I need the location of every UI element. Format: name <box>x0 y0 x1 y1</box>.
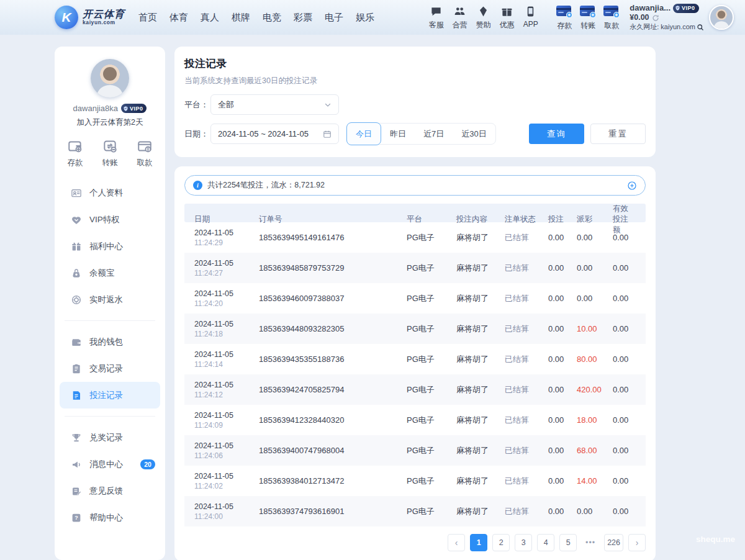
header-link-客服[interactable]: 客服 <box>425 5 448 30</box>
sidebar-item-实时返水[interactable]: 实时返水 <box>60 286 160 313</box>
header-link-优惠[interactable]: 优惠 <box>495 5 518 30</box>
avatar[interactable] <box>709 5 734 30</box>
expand-plus-icon[interactable] <box>627 181 637 191</box>
sidebar-item-交易记录[interactable]: 交易记录 <box>60 355 160 382</box>
sidebar-item-兑奖记录[interactable]: 兑奖记录 <box>60 424 160 451</box>
profile-avatar[interactable] <box>91 59 129 97</box>
sidebar-item-VIP特权[interactable]: VIP特权 <box>60 206 160 233</box>
date-label: 日期： <box>184 129 210 140</box>
platform-select[interactable]: 全部 <box>210 94 339 115</box>
nav-item-6[interactable]: 彩票 <box>287 7 318 29</box>
sidebar-item-帮助中心[interactable]: ?帮助中心 <box>60 504 160 531</box>
table-row[interactable]: 2024-11-0511:24:001853639374793616901PG电… <box>184 496 646 526</box>
bet-content: 麻将胡了 <box>456 323 505 335</box>
column-header-有效投注额: 有效投注额 <box>613 204 636 235</box>
sidebar-item-消息中心[interactable]: 消息中心20 <box>60 451 160 477</box>
date-range-input[interactable]: 2024-11-05 ~ 2024-11-05 <box>210 124 339 144</box>
page-button-1[interactable]: 1 <box>470 534 487 551</box>
quick-date-今日[interactable]: 今日 <box>346 122 381 145</box>
site-logo[interactable]: K 开云体育 kaiyun.com <box>55 6 125 29</box>
valid-bet: 0.00 <box>613 324 636 333</box>
quick-date-近7日[interactable]: 近7日 <box>415 123 453 145</box>
header-link-APP[interactable]: APP <box>519 5 542 30</box>
header-link-合营[interactable]: 合营 <box>448 5 471 30</box>
table-row[interactable]: 2024-11-0511:24:091853639412328440320PG电… <box>184 405 646 435</box>
status: 已结算 <box>505 323 548 335</box>
bet-content: 麻将胡了 <box>456 415 505 426</box>
sidebar-quick-actions: 存款转账取款 <box>55 128 165 177</box>
payout: 0.00 <box>577 294 613 303</box>
table-row[interactable]: 2024-11-0511:24:291853639495149161476PG电… <box>184 222 646 253</box>
nav-item-5[interactable]: 电竞 <box>256 7 287 29</box>
quick-date-近30日[interactable]: 近30日 <box>453 123 495 145</box>
status: 已结算 <box>505 445 548 456</box>
user-info[interactable]: dawanjia... VIP0 ¥0.00 永久网址: kaiyun.com <box>630 3 704 32</box>
column-header-订单号: 订单号 <box>259 214 407 225</box>
table-row[interactable]: 2024-11-0511:24:181853639448093282305PG电… <box>184 314 646 344</box>
page-button-4[interactable]: 4 <box>537 534 554 551</box>
table-row[interactable]: 2024-11-0511:24:201853639460097388037PG电… <box>184 283 646 314</box>
nav-item-4[interactable]: 棋牌 <box>225 7 256 29</box>
column-header-派彩: 派彩 <box>577 214 613 225</box>
sidebar-item-个人资料[interactable]: 个人资料 <box>60 179 160 206</box>
table-row[interactable]: 2024-11-0511:24:021853639384012713472PG电… <box>184 466 646 496</box>
nav-item-2[interactable]: 体育 <box>163 7 194 29</box>
payout: 420.00 <box>577 385 613 394</box>
sidebar-item-我的钱包[interactable]: 我的钱包 <box>60 328 160 355</box>
page-button-3[interactable]: 3 <box>515 534 532 551</box>
nav-item-3[interactable]: 真人 <box>194 7 225 29</box>
quick-date-昨日[interactable]: 昨日 <box>381 123 415 145</box>
table-row[interactable]: 2024-11-0511:24:061853639400747968004PG电… <box>184 435 646 466</box>
main-nav: 首页体育真人棋牌电竞彩票电子娱乐 <box>132 7 381 29</box>
prev-page-button[interactable]: ‹ <box>448 534 465 551</box>
divider <box>65 416 155 417</box>
order-number: 1853639460097388037 <box>259 294 407 303</box>
sidebar-item-余额宝[interactable]: 余额宝 <box>60 260 160 286</box>
payout: 0.00 <box>577 263 613 273</box>
payout: 80.00 <box>577 355 613 364</box>
bet-amount: 0.00 <box>548 415 577 425</box>
logo-brand: 开云体育 <box>83 9 125 20</box>
reset-button[interactable]: 重置 <box>590 124 646 144</box>
order-number: 1853639424705825794 <box>259 385 407 394</box>
divider <box>65 320 155 321</box>
bet-content: 麻将胡了 <box>456 445 505 456</box>
page-button-2[interactable]: 2 <box>492 534 510 551</box>
header-link-赞助[interactable]: 赞助 <box>472 5 495 30</box>
quick-action-存款[interactable]: 存款 <box>67 138 83 168</box>
table-row[interactable]: 2024-11-0511:24:271853639485879753729PG电… <box>184 253 646 283</box>
platform: PG电子 <box>407 232 456 243</box>
search-icon[interactable] <box>697 24 704 31</box>
nav-item-8[interactable]: 娱乐 <box>350 7 381 29</box>
nav-item-7[interactable]: 电子 <box>318 7 350 29</box>
valid-bet: 0.00 <box>613 476 636 485</box>
platform: PG电子 <box>407 384 456 395</box>
order-number: 1853639485879753729 <box>259 263 407 273</box>
payout: 10.00 <box>577 324 613 333</box>
header-wallet-转账[interactable]: 转账 <box>576 4 600 31</box>
quick-date-group: 今日昨日近7日近30日 <box>346 123 496 145</box>
search-button[interactable]: 查询 <box>529 124 584 144</box>
next-page-button[interactable]: › <box>628 534 646 551</box>
page-button-5[interactable]: 5 <box>559 534 577 551</box>
table-row[interactable]: 2024-11-0511:24:121853639424705825794PG电… <box>184 374 646 405</box>
order-number: 1853639400747968004 <box>259 446 407 455</box>
quick-action-取款[interactable]: 取款 <box>137 138 153 168</box>
sidebar-item-投注记录[interactable]: 投注记录 <box>60 382 160 409</box>
header-wallet-存款[interactable]: 存款 <box>553 4 576 31</box>
bet-amount: 0.00 <box>548 233 577 242</box>
table-row[interactable]: 2024-11-0511:24:141853639435355188736PG电… <box>184 344 646 374</box>
sponsor-icon <box>477 5 489 17</box>
page-button-226[interactable]: 226 <box>604 534 623 551</box>
header-wallet-取款[interactable]: 取款 <box>600 4 623 31</box>
refresh-icon[interactable] <box>652 14 659 22</box>
profile-icon <box>71 187 82 199</box>
sidebar-item-意见反馈[interactable]: 意见反馈 <box>60 477 160 504</box>
records-card: i 共计2254笔投注，流水：8,721.92 日期订单号平台投注内容注单状态投… <box>174 166 656 560</box>
app-icon <box>525 5 536 17</box>
nav-item-1[interactable]: 首页 <box>132 7 163 29</box>
quick-action-转账[interactable]: 转账 <box>102 138 118 168</box>
page-ellipsis[interactable]: ••• <box>582 534 599 551</box>
sidebar-item-福利中心[interactable]: 福利中心 <box>60 233 160 260</box>
bet-amount: 0.00 <box>548 294 577 303</box>
